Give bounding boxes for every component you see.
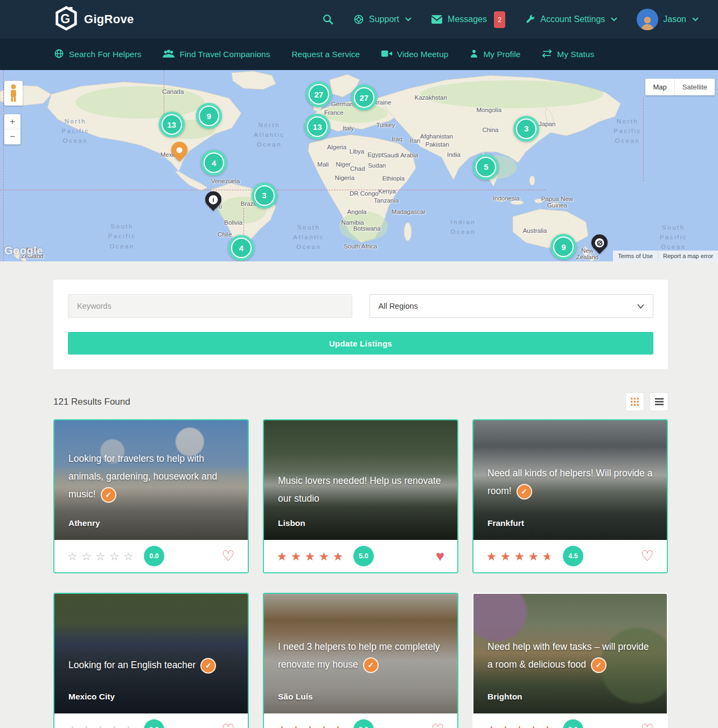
map-zoom-control: + − (4, 114, 20, 144)
wrench-icon (525, 14, 535, 25)
brand-logo[interactable]: G GigRove (54, 6, 134, 33)
list-view-button[interactable] (650, 393, 668, 411)
listing-city: São Luís (278, 692, 313, 702)
listing-card[interactable]: Need all kinds of helpers! Will provide … (472, 419, 668, 573)
secondary-navbar: Search For Helpers Find Travel Companion… (0, 39, 718, 70)
listing-footer: ☆★☆★☆★☆★☆★ 4.5 ♡ (473, 540, 667, 572)
subnav-item-search-for-helpers[interactable]: Search For Helpers (54, 48, 141, 61)
verified-check-icon: ✓ (363, 657, 379, 673)
listing-footer: ☆★☆★☆★☆★☆★ 0.0 ♡ (54, 540, 248, 572)
results-header: 121 Results Found (53, 393, 668, 411)
star-rating: ☆★☆★☆★☆★☆★ (277, 724, 347, 728)
globe-icon (54, 48, 64, 61)
listing-card[interactable]: Looking for an English teacher✓ Mexico C… (53, 593, 249, 728)
verified-check-icon: ✓ (200, 658, 216, 674)
username-label: Jason (663, 15, 686, 24)
star-rating: ☆★☆★☆★☆★☆★ (486, 551, 556, 562)
map-boundary-line (3, 70, 4, 261)
terms-of-use-link[interactable]: Terms of Use (613, 251, 658, 261)
favorite-heart-button[interactable]: ♡ (222, 723, 235, 728)
account-settings-menu[interactable]: Account Settings (525, 14, 617, 25)
report-map-error-link[interactable]: Report a map error (658, 251, 718, 261)
street-view-pegman[interactable] (4, 81, 23, 106)
globe-pin-dark[interactable] (591, 234, 608, 251)
rating-badge: 0.0 (144, 546, 164, 566)
map-cluster-marker[interactable]: 27 (306, 81, 332, 107)
listing-card[interactable]: Need help with few tasks – will provide … (472, 593, 668, 728)
subnav-item-video-meetup[interactable]: Video Meetup (381, 50, 448, 60)
support-menu[interactable]: Support (353, 14, 412, 25)
map-type-map-button[interactable]: Map (645, 79, 674, 95)
listing-city: Frankfurt (487, 518, 524, 528)
rating-badge: 5.0 (563, 719, 583, 728)
listing-card[interactable]: Looking for travelers to help with anima… (53, 419, 249, 573)
envelope-icon (431, 15, 443, 24)
users-icon (163, 49, 175, 60)
map-cluster-marker[interactable]: 3 (513, 116, 539, 142)
subnav-item-request-a-service[interactable]: Request a Service (291, 50, 360, 59)
subnav-item-my-status[interactable]: My Status (542, 49, 594, 60)
google-logo: Google (4, 245, 43, 257)
listing-title: Need help with few tasks – will provide … (487, 638, 655, 674)
favorite-heart-button[interactable]: ♡ (641, 549, 654, 564)
keywords-input[interactable] (68, 294, 352, 318)
chevron-down-icon (692, 17, 699, 22)
verified-check-icon: ✓ (591, 657, 607, 673)
region-select[interactable]: All Regions (370, 294, 654, 318)
listings-grid: Looking for travelers to help with anima… (53, 419, 668, 728)
results-count: 121 Results Found (53, 397, 130, 407)
messages-menu[interactable]: Messages 2 (431, 11, 505, 28)
person-icon (470, 49, 478, 60)
user-menu[interactable]: Jason (637, 9, 699, 30)
google-map[interactable]: North Pacific OceanNorth Atlantic OceanS… (0, 70, 718, 261)
support-label: Support (369, 15, 399, 24)
map-cluster-marker[interactable]: 4 (201, 150, 227, 176)
listing-footer: ☆★☆★☆★☆★☆★ 5.0 ♡ (264, 713, 457, 728)
map-cluster-marker[interactable]: 3 (252, 183, 277, 209)
rating-badge: 5.0 (353, 546, 374, 566)
listing-city: Brighton (487, 692, 522, 702)
zoom-in-button[interactable]: + (4, 114, 20, 129)
rating-badge: 0.0 (144, 719, 164, 728)
account-settings-label: Account Settings (540, 15, 605, 24)
star-rating: ☆★☆★☆★☆★☆★ (67, 551, 137, 562)
listing-photo: Need all kinds of helpers! Will provide … (473, 420, 667, 540)
map-type-control: Map Satellite (645, 79, 715, 95)
list-icon (655, 398, 664, 405)
favorite-heart-button[interactable]: ♡ (431, 723, 444, 728)
listing-footer: ☆★☆★☆★☆★☆★ 5.0 ♡ (473, 713, 667, 728)
subnav-item-my-profile[interactable]: My Profile (470, 49, 520, 60)
zoom-out-button[interactable]: − (4, 129, 20, 144)
listing-title: Looking for travelers to help with anima… (68, 450, 236, 503)
map-cluster-marker[interactable]: 9 (196, 103, 222, 129)
map-cluster-marker[interactable]: 27 (351, 85, 377, 110)
chevron-down-icon (611, 17, 617, 22)
rating-badge: 4.5 (563, 546, 583, 566)
map-cluster-marker[interactable]: 5 (473, 154, 499, 180)
grid-view-button[interactable] (626, 393, 644, 411)
info-pin-dark[interactable]: i (205, 191, 221, 207)
favorite-heart-button[interactable]: ♡ (641, 723, 654, 728)
map-boundary-line (643, 97, 644, 181)
top-navbar: G GigRove Support (0, 0, 718, 39)
update-listings-button[interactable]: Update Listings (68, 332, 653, 355)
listing-photo: Music lovers needed! Help us renovate ou… (264, 420, 457, 540)
listing-title: Music lovers needed! Help us renovate ou… (278, 472, 445, 508)
search-icon[interactable] (322, 13, 334, 25)
listing-card[interactable]: I need 3 helpers to help me completely r… (263, 593, 458, 728)
favorite-heart-button[interactable]: ♥ (436, 549, 444, 564)
place-pin-orange[interactable] (171, 142, 187, 158)
subnav-item-find-travel-companions[interactable]: Find Travel Companions (163, 49, 270, 60)
listing-footer: ☆★☆★☆★☆★☆★ 0.0 ♡ (54, 713, 248, 728)
map-cluster-marker[interactable]: 9 (550, 234, 576, 260)
rating-badge: 5.0 (353, 719, 374, 728)
map-attribution: Terms of Use Report a map error (613, 251, 718, 261)
map-cluster-marker[interactable]: 13 (304, 114, 330, 140)
listing-card[interactable]: Music lovers needed! Help us renovate ou… (263, 419, 458, 573)
search-panel: All Regions Update Listings (53, 280, 668, 369)
map-type-satellite-button[interactable]: Satellite (674, 79, 715, 95)
map-cluster-marker[interactable]: 4 (228, 235, 254, 261)
favorite-heart-button[interactable]: ♡ (222, 549, 235, 564)
avatar (637, 9, 658, 30)
map-cluster-marker[interactable]: 13 (159, 112, 185, 137)
